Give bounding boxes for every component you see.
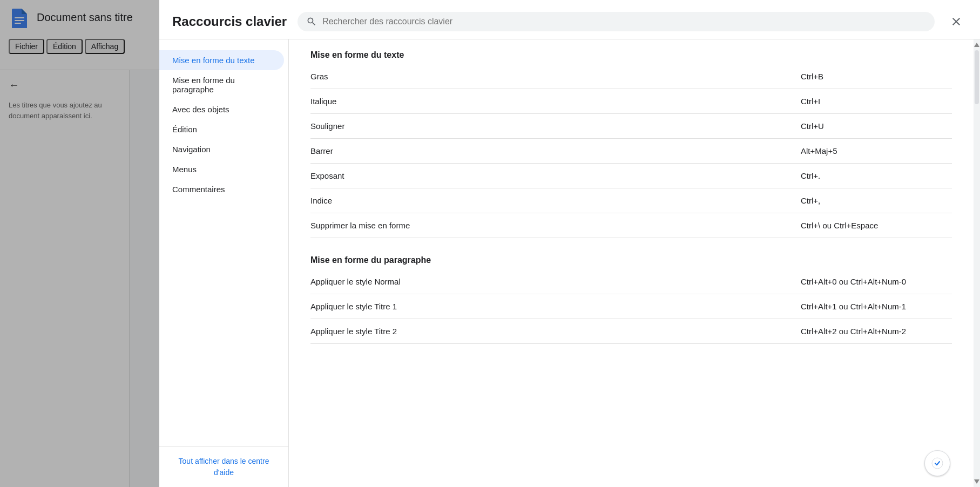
shortcut-name-style-normal: Appliquer le style Normal <box>310 277 801 286</box>
search-icon <box>306 16 317 27</box>
scrollbar-up[interactable] <box>974 39 980 50</box>
shortcut-name-italique: Italique <box>310 97 801 106</box>
modal-nav-items: Mise en forme du texte Mise en forme du … <box>159 39 288 447</box>
shortcut-italique: Italique Ctrl+I <box>310 89 952 114</box>
shortcut-barrer: Barrer Alt+Maj+5 <box>310 139 952 164</box>
shortcut-style-titre2: Appliquer le style Titre 2 Ctrl+Alt+2 ou… <box>310 319 952 344</box>
nav-item-navigation[interactable]: Navigation <box>159 139 284 159</box>
shortcut-name-style-titre2: Appliquer le style Titre 2 <box>310 327 801 336</box>
shortcut-style-normal: Appliquer le style Normal Ctrl+Alt+0 ou … <box>310 269 952 294</box>
shortcut-souligner: Souligner Ctrl+U <box>310 114 952 139</box>
help-link[interactable]: Tout afficher dans le centre d'aide <box>172 456 275 478</box>
nav-item-menus[interactable]: Menus <box>159 159 284 179</box>
shortcut-indice: Indice Ctrl+, <box>310 188 952 213</box>
modal-nav-footer: Tout afficher dans le centre d'aide <box>159 447 288 487</box>
nav-item-mise-en-forme-texte[interactable]: Mise en forme du texte <box>159 50 284 70</box>
keyboard-shortcuts-modal: Raccourcis clavier Mise en forme du text… <box>159 0 980 487</box>
shortcut-keys-style-normal: Ctrl+Alt+0 ou Ctrl+Alt+Num-0 <box>801 277 952 286</box>
shortcut-exposant: Exposant Ctrl+. <box>310 164 952 188</box>
shortcut-keys-style-titre1: Ctrl+Alt+1 ou Ctrl+Alt+Num-1 <box>801 302 952 311</box>
shortcut-name-exposant: Exposant <box>310 171 801 180</box>
modal-title: Raccourcis clavier <box>172 14 287 29</box>
modal-nav: Mise en forme du texte Mise en forme du … <box>159 39 289 487</box>
nav-item-mise-en-forme-paragraphe[interactable]: Mise en forme du paragraphe <box>159 70 284 99</box>
chevron-down-icon <box>974 479 979 484</box>
shortcut-keys-souligner: Ctrl+U <box>801 121 952 131</box>
modal-shortcuts-content: Mise en forme du texte Gras Ctrl+B Itali… <box>289 39 974 487</box>
chevron-up-icon <box>974 43 979 47</box>
modal-header: Raccourcis clavier <box>159 0 980 39</box>
shortcut-supprimer-mise-en-forme: Supprimer la mise en forme Ctrl+\ ou Ctr… <box>310 213 952 238</box>
scrollbar-thumb[interactable] <box>975 50 979 104</box>
section-title-texte: Mise en forme du texte <box>310 50 952 60</box>
shortcut-keys-barrer: Alt+Maj+5 <box>801 146 952 155</box>
shortcut-name-souligner: Souligner <box>310 121 801 131</box>
shortcut-name-gras: Gras <box>310 72 801 81</box>
close-button[interactable] <box>945 11 967 32</box>
svg-point-4 <box>932 458 943 469</box>
search-input[interactable] <box>322 17 926 26</box>
modal-scrollbar[interactable] <box>974 39 980 487</box>
close-icon <box>950 15 963 28</box>
nav-item-edition[interactable]: Édition <box>159 119 284 139</box>
shortcut-keys-supprimer: Ctrl+\ ou Ctrl+Espace <box>801 221 952 230</box>
shortcut-keys-style-titre2: Ctrl+Alt+2 ou Ctrl+Alt+Num-2 <box>801 327 952 336</box>
ai-assistant-button[interactable] <box>924 450 950 476</box>
shortcut-keys-indice: Ctrl+, <box>801 196 952 205</box>
section-title-paragraphe: Mise en forme du paragraphe <box>310 255 952 265</box>
ai-icon <box>931 457 944 470</box>
nav-item-avec-des-objets[interactable]: Avec des objets <box>159 99 284 119</box>
shortcut-keys-exposant: Ctrl+. <box>801 171 952 180</box>
shortcut-style-titre1: Appliquer le style Titre 1 Ctrl+Alt+1 ou… <box>310 294 952 319</box>
shortcut-gras: Gras Ctrl+B <box>310 64 952 89</box>
shortcut-name-style-titre1: Appliquer le style Titre 1 <box>310 302 801 311</box>
shortcut-name-supprimer: Supprimer la mise en forme <box>310 221 801 230</box>
scrollbar-down[interactable] <box>974 476 980 487</box>
nav-item-commentaires[interactable]: Commentaires <box>159 179 284 199</box>
modal-body: Mise en forme du texte Mise en forme du … <box>159 39 980 487</box>
shortcut-keys-italique: Ctrl+I <box>801 97 952 106</box>
shortcut-name-indice: Indice <box>310 196 801 205</box>
search-container <box>298 12 935 31</box>
shortcut-name-barrer: Barrer <box>310 146 801 155</box>
shortcut-keys-gras: Ctrl+B <box>801 72 952 81</box>
